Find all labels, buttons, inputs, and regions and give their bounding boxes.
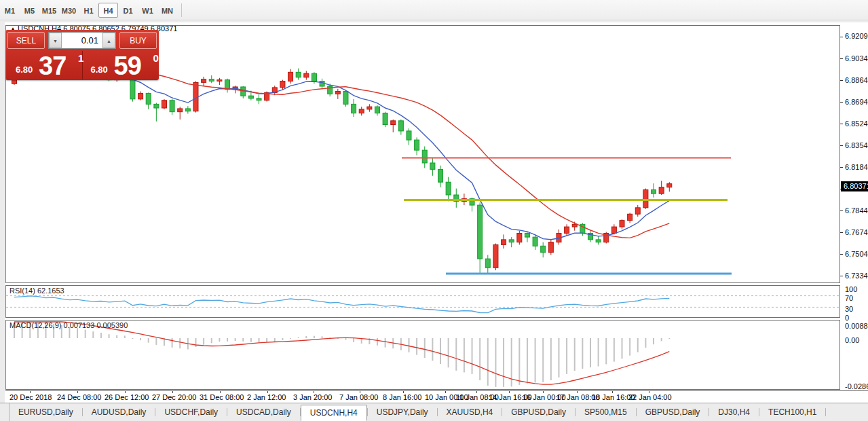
price-axis-label: 6.76740 <box>845 228 868 236</box>
rsi-chart <box>6 286 839 317</box>
timeframe-button-mn[interactable]: MN <box>157 3 177 18</box>
volume-increase-button[interactable]: ▲ <box>102 33 115 48</box>
macd-scale-label: 0.008839 <box>845 322 868 330</box>
rsi-scale-label: 70 <box>845 294 853 302</box>
price-axis-tick <box>840 210 843 211</box>
rsi-label: RSI(14) 62.1653 <box>10 287 64 295</box>
toolbar-separator <box>181 3 182 17</box>
price-axis-label: 6.85240 <box>845 120 868 128</box>
time-axis-label: 26 Dec 12:00 <box>105 393 149 401</box>
timeframe-button-m1[interactable]: M1 <box>0 3 20 18</box>
buy-quote[interactable]: 6.80 59 0 <box>83 51 157 79</box>
macd-signal-line <box>14 322 669 384</box>
time-axis-label: 7 Jan 08:00 <box>339 393 379 401</box>
price-axis-tick <box>840 37 843 37</box>
timeframe-button-m30[interactable]: M30 <box>59 3 79 18</box>
buy-price-prefix: 6.80 <box>91 65 108 75</box>
price-axis-tick <box>840 102 843 103</box>
price-axis-label: 6.86940 <box>845 98 868 106</box>
macd-panel[interactable] <box>5 320 840 390</box>
rsi-scale-label: 0 <box>845 314 849 322</box>
chart-tab-eurusd-daily[interactable]: EURUSD,Daily <box>10 405 82 420</box>
timeframe-button-h4[interactable]: H4 <box>98 3 118 18</box>
chart-tab-usdchf-daily[interactable]: USDCHF,Daily <box>155 405 227 420</box>
price-axis-label: 6.88640 <box>845 76 868 84</box>
time-axis: 20 Dec 201824 Dec 08:0026 Dec 12:0027 De… <box>5 390 868 403</box>
timeframe-button-m15[interactable]: M15 <box>39 3 59 18</box>
time-axis-label: 20 Dec 2018 <box>10 393 52 401</box>
macd-chart <box>6 321 839 389</box>
buy-price-point: 0 <box>153 52 159 64</box>
price-axis-tick <box>840 58 843 59</box>
price-axis-tick <box>840 167 843 168</box>
price-axis-label: 6.78440 <box>845 206 868 215</box>
price-axis-tick <box>840 145 843 146</box>
sell-quote[interactable]: 6.80 37 1 <box>7 51 83 79</box>
tab-stub <box>0 403 10 421</box>
chart-tab-gbpusd-daily[interactable]: GBPUSD,Daily <box>637 405 709 420</box>
time-axis-label: 31 Dec 08:00 <box>200 393 244 401</box>
chart-tab-usdcnh-h4[interactable]: USDCNH,H4 <box>301 405 367 421</box>
volume-decrease-button[interactable]: ▼ <box>49 33 62 48</box>
timeframe-button-w1[interactable]: W1 <box>138 3 157 18</box>
volume-control: ▼ 0.01 ▲ <box>48 32 116 49</box>
time-axis-label: 27 Dec 20:00 <box>152 393 196 401</box>
timeframe-button-d1[interactable]: D1 <box>118 3 138 18</box>
timeframe-toolbar: M1M5M15M30H1H4D1W1MN <box>0 0 868 20</box>
macd-scale-label: 0.00 <box>845 336 859 344</box>
buy-price-pips: 59 <box>114 52 141 81</box>
chart-tab-xauusd-h4[interactable]: XAUUSD,H4 <box>438 405 502 420</box>
price-axis-tick <box>840 232 843 233</box>
price-axis-label: 6.75040 <box>845 250 868 258</box>
volume-input[interactable]: 0.01 <box>62 33 102 48</box>
chart-window: 6.920906.903406.886406.869406.852406.835… <box>5 22 868 403</box>
one-click-trade-panel: SELL ▼ 0.01 ▲ BUY 6.80 37 1 6.80 59 0 <box>5 30 159 80</box>
trading-platform-window: M1M5M15M30H1H4D1W1MN 6.920906.903406.886… <box>0 0 868 421</box>
chart-tab-tech100-h1[interactable]: TECH100,H1 <box>759 405 825 420</box>
macd-scale-label: -0.028683 <box>845 382 868 390</box>
rsi-scale-label: 30 <box>845 305 853 313</box>
macd-label: MACD(12,26,9) 0.007133 0.005390 <box>10 321 128 329</box>
timeframe-button-m5[interactable]: M5 <box>20 3 39 18</box>
tab-separator <box>825 408 826 416</box>
time-axis-label: 2 Jan 12:00 <box>247 393 286 401</box>
price-axis-tick <box>840 124 843 124</box>
price-axis-label: 6.90340 <box>845 54 868 62</box>
price-axis-label: 6.83540 <box>845 141 868 149</box>
price-axis-tick <box>840 276 843 276</box>
rsi-line <box>14 296 669 313</box>
price-axis-label: 6.92090 <box>845 32 868 40</box>
timeframe-button-h1[interactable]: H1 <box>79 3 98 18</box>
price-axis-tick <box>840 80 843 81</box>
chart-tab-sp500-m15[interactable]: SP500,M15 <box>575 405 636 420</box>
sell-price-pips: 37 <box>39 52 66 81</box>
price-axis: 6.920906.903406.886406.869406.852406.835… <box>840 25 868 390</box>
chart-tab-gbpusd-daily[interactable]: GBPUSD,Daily <box>502 405 575 420</box>
sell-price-prefix: 6.80 <box>16 65 33 75</box>
chart-tabs-bar: EURUSD,DailyAUDUSD,DailyUSDCHF,DailyUSDC… <box>0 403 868 421</box>
rsi-scale-label: 100 <box>845 285 857 293</box>
sell-button[interactable]: SELL <box>7 32 45 49</box>
chart-tab-audusd-daily[interactable]: AUDUSD,Daily <box>83 405 155 420</box>
time-axis-label: 24 Dec 08:00 <box>57 393 101 401</box>
current-price-label: 6.80371 <box>841 181 868 191</box>
chart-tab-usdjpy-daily[interactable]: USDJPY,Daily <box>368 405 437 420</box>
price-axis-label: 6.73340 <box>845 272 868 280</box>
chart-tab-dj30-h4[interactable]: DJ30,H4 <box>709 405 759 420</box>
price-axis-tick <box>840 254 843 255</box>
price-axis-label: 6.81840 <box>845 163 868 171</box>
buy-button[interactable]: BUY <box>119 32 157 49</box>
time-axis-label: 22 Jan 04:00 <box>628 393 672 401</box>
chart-tab-usdcad-daily[interactable]: USDCAD,Daily <box>227 405 300 420</box>
rsi-panel[interactable] <box>5 285 840 318</box>
time-axis-label: 8 Jan 16:00 <box>383 393 422 401</box>
time-axis-label: 3 Jan 20:00 <box>293 393 333 401</box>
